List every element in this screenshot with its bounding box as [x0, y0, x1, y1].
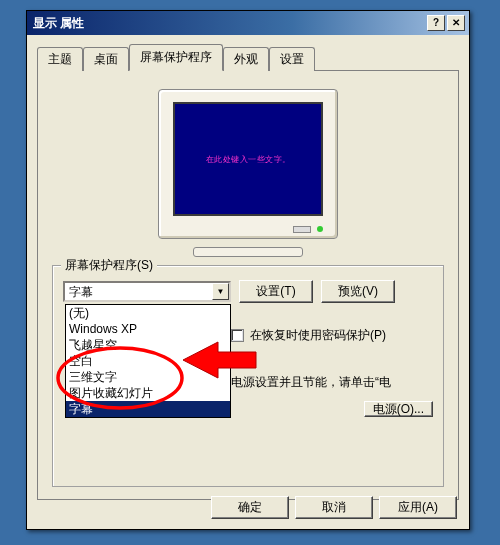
- ok-button[interactable]: 确定: [211, 496, 289, 519]
- monitor-preview: 在此处键入一些文字。: [52, 89, 444, 260]
- tab-desktop[interactable]: 桌面: [83, 47, 129, 71]
- option-starfield[interactable]: 飞越星空: [66, 337, 230, 353]
- cancel-button[interactable]: 取消: [295, 496, 373, 519]
- preview-button[interactable]: 预览(V): [321, 280, 395, 303]
- option-photo-slideshow[interactable]: 图片收藏幻灯片: [66, 385, 230, 401]
- screensaver-combobox[interactable]: 字幕 ▼ (无) Windows XP 飞越星空 空白 三维文字 图片收藏幻灯片…: [63, 281, 231, 302]
- screensaver-groupbox: 屏幕保护程序(S) 字幕 ▼ (无) Windows XP 飞越星空 空白 三维…: [52, 265, 444, 487]
- dialog-buttons: 确定 取消 应用(A): [205, 496, 457, 519]
- monitor-screen: 在此处键入一些文字。: [173, 102, 323, 216]
- tab-strip: 主题 桌面 屏幕保护程序 外观 设置: [37, 43, 459, 70]
- tab-screensaver[interactable]: 屏幕保护程序: [129, 44, 223, 71]
- monitor-body: 在此处键入一些文字。: [158, 89, 338, 239]
- option-none[interactable]: (无): [66, 305, 230, 321]
- monitor-button-icon: [293, 226, 311, 233]
- monitor-base: [193, 247, 303, 257]
- titlebar[interactable]: 显示 属性 ? ✕: [27, 11, 469, 35]
- power-hint-text: 电源设置并且节能，请单击“电: [231, 375, 391, 389]
- monitor-led-icon: [317, 226, 323, 232]
- option-marquee[interactable]: 字幕: [66, 401, 230, 417]
- settings-button[interactable]: 设置(T): [239, 280, 313, 303]
- tab-appearance[interactable]: 外观: [223, 47, 269, 71]
- window-title: 显示 属性: [33, 15, 425, 32]
- close-button[interactable]: ✕: [447, 15, 465, 31]
- option-blank[interactable]: 空白: [66, 353, 230, 369]
- tab-settings[interactable]: 设置: [269, 47, 315, 71]
- tab-theme[interactable]: 主题: [37, 47, 83, 71]
- option-windows-xp[interactable]: Windows XP: [66, 321, 230, 337]
- group-label: 屏幕保护程序(S): [61, 257, 157, 274]
- screensaver-dropdown-list[interactable]: (无) Windows XP 飞越星空 空白 三维文字 图片收藏幻灯片 字幕: [65, 304, 231, 418]
- client-area: 主题 桌面 屏幕保护程序 外观 设置 在此处键入一些文字。: [27, 35, 469, 510]
- marquee-preview-text: 在此处键入一些文字。: [206, 154, 291, 165]
- password-protect-label: 在恢复时使用密码保护(P): [250, 327, 386, 344]
- tab-panel-screensaver: 在此处键入一些文字。 屏幕保护程序(S) 字幕 ▼: [37, 70, 459, 500]
- apply-button[interactable]: 应用(A): [379, 496, 457, 519]
- combobox-selected-text: 字幕: [65, 283, 212, 300]
- help-button[interactable]: ?: [427, 15, 445, 31]
- option-3d-text[interactable]: 三维文字: [66, 369, 230, 385]
- chevron-down-icon[interactable]: ▼: [212, 283, 229, 300]
- power-button[interactable]: 电源(O)...: [364, 401, 433, 417]
- display-properties-window: 显示 属性 ? ✕ 主题 桌面 屏幕保护程序 外观 设置 在此处键入一些文字。: [26, 10, 470, 530]
- password-protect-checkbox[interactable]: [231, 329, 244, 342]
